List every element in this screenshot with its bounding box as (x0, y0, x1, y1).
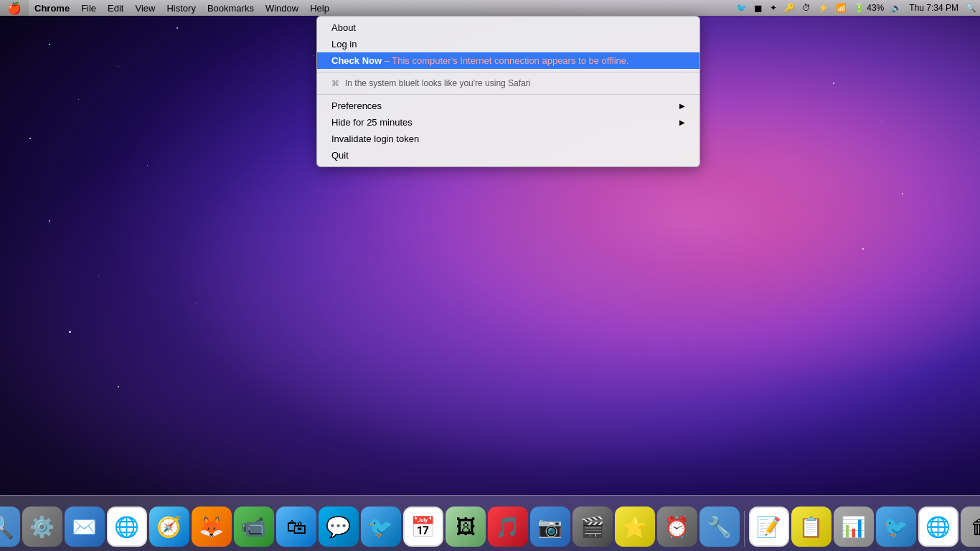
dropbox-icon-menubar[interactable]: ✦ (766, 0, 781, 16)
preferences-arrow: ▶ (679, 102, 685, 110)
dock-icon-iwork[interactable]: ⭐ (615, 507, 655, 547)
history-menu[interactable]: History (161, 0, 201, 16)
dropdown-menu: About Log in Check Now – This computer's… (316, 16, 700, 167)
1password-icon-menubar[interactable]: 🔑 (781, 0, 798, 16)
apple-menu[interactable]: 🍎 (0, 0, 29, 16)
menu-item-system-info: ⌘ In the system bluelt looks like you're… (317, 75, 699, 91)
volume-icon-menubar[interactable]: 🔊 (887, 0, 905, 16)
dock-icon-twitter[interactable]: 🐦 (361, 507, 401, 547)
dock-icon-chrome[interactable]: 🌐 (107, 507, 147, 547)
wifi-icon-menubar[interactable]: 📶 (832, 0, 850, 16)
dock-icon-finder[interactable]: 🔍 (0, 507, 20, 547)
window-menu[interactable]: Window (260, 0, 304, 16)
separator-1 (317, 72, 699, 72)
dock-icon-preview[interactable]: 🖼 (446, 507, 486, 547)
dock-icon-iphoto[interactable]: 📷 (530, 507, 570, 547)
dock-icon-safari[interactable]: 🧭 (149, 507, 189, 547)
view-menu[interactable]: View (129, 0, 161, 16)
help-menu[interactable]: Help (304, 0, 335, 16)
datetime: Thu 7:34 PM (905, 0, 962, 16)
dock-icon-stickies[interactable]: 📋 (791, 507, 831, 547)
system-info-label: In the system bluelt looks like you're u… (345, 78, 530, 88)
dock-icon-itunes[interactable]: 🎵 (488, 507, 528, 547)
menubar-left: 🍎 Chrome File Edit View History Bookmark… (0, 0, 335, 16)
about-label: About (331, 22, 356, 33)
dock: 🔍 ⚙️ ✉️ 🌐 🧭 🦊 📹 🛍 (0, 494, 980, 551)
separator-2 (317, 94, 699, 95)
check-now-label: Check Now – This computer's Internet con… (331, 55, 629, 66)
bookmarks-menu[interactable]: Bookmarks (202, 0, 260, 16)
preferences-label: Preferences (331, 100, 382, 111)
dock-icon-imovie[interactable]: 🎬 (573, 507, 613, 547)
dock-icon-textedit[interactable]: 📝 (749, 507, 789, 547)
menu-item-login[interactable]: Log in (317, 36, 699, 52)
dock-icon-systemprefs[interactable]: ⚙️ (22, 507, 62, 547)
cmd-icon: ⌘ (331, 79, 339, 88)
menu-item-check-now[interactable]: Check Now – This computer's Internet con… (317, 52, 699, 69)
invalidate-label: Invalidate login token (331, 133, 419, 144)
quit-label: Quit (331, 150, 349, 161)
clock-icon-menubar[interactable]: ⏱ (798, 0, 814, 16)
desktop: 🍎 Chrome File Edit View History Bookmark… (0, 0, 980, 551)
twitter-icon-menubar[interactable]: 🐦 (732, 0, 750, 16)
hide-arrow: ▶ (679, 118, 685, 126)
menu-item-about[interactable]: About (317, 19, 699, 36)
menu-item-hide[interactable]: Hide for 25 minutes ▶ (317, 114, 699, 131)
offline-text: – This computer's Internet connection ap… (385, 55, 629, 66)
edit-menu[interactable]: Edit (102, 0, 129, 16)
dock-icon-facetime[interactable]: 📹 (234, 507, 274, 547)
dock-icon-appstore[interactable]: 🛍 (276, 507, 316, 547)
battery-icon-menubar[interactable]: 🔋 43% (850, 0, 887, 16)
menu-item-quit[interactable]: Quit (317, 147, 699, 164)
hide-label: Hide for 25 minutes (331, 117, 413, 128)
dock-icon-chrome2[interactable]: 🌐 (918, 507, 958, 547)
tweetbot-icon-menubar[interactable]: ◼ (750, 0, 766, 16)
bluetooth-icon-menubar[interactable]: ⚡ (814, 0, 832, 16)
login-label: Log in (331, 39, 357, 50)
dock-icon-timemachine[interactable]: ⏰ (657, 507, 697, 547)
menubar-right: 🐦 ◼ ✦ 🔑 ⏱ ⚡ 📶 🔋 43% 🔊 Thu 7:34 PM 🔍 (732, 0, 980, 16)
dock-icon-skype[interactable]: 💬 (319, 507, 359, 547)
dock-icon-developer[interactable]: 🔧 (699, 507, 740, 547)
menu-item-preferences[interactable]: Preferences ▶ (317, 98, 699, 114)
app-name[interactable]: Chrome (29, 0, 75, 16)
menubar: 🍎 Chrome File Edit View History Bookmark… (0, 0, 980, 16)
dock-icon-keynote[interactable]: 📊 (834, 507, 874, 547)
dock-icons: 🔍 ⚙️ ✉️ 🌐 🧭 🦊 📹 🛍 (0, 507, 980, 548)
file-menu[interactable]: File (75, 0, 102, 16)
search-icon-menubar[interactable]: 🔍 (962, 0, 980, 16)
system-info-content: ⌘ In the system bluelt looks like you're… (331, 78, 530, 88)
dock-separator (744, 511, 745, 547)
dock-icon-twitter2[interactable]: 🐦 (876, 507, 916, 547)
dock-icon-mail[interactable]: ✉️ (65, 507, 105, 547)
dock-icon-firefox[interactable]: 🦊 (192, 507, 232, 547)
dock-icon-trash[interactable]: 🗑 (961, 507, 981, 547)
dock-icon-ical[interactable]: 📅 (403, 507, 443, 547)
menu-item-invalidate[interactable]: Invalidate login token (317, 131, 699, 147)
